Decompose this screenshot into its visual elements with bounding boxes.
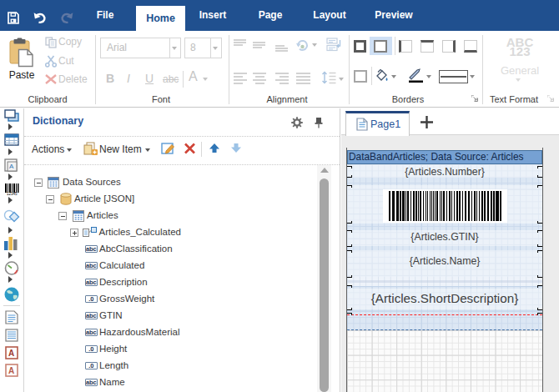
svg-text:12345: 12345 [7,192,18,195]
svg-text:A: A [8,349,14,358]
svg-text:A: A [8,366,14,375]
svg-text:A: A [9,163,14,170]
